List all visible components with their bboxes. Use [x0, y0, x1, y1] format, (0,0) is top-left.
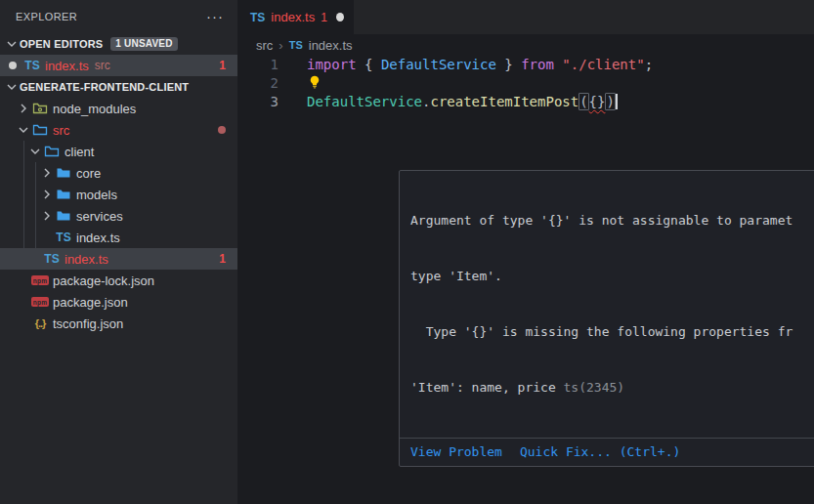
folder-icon: [56, 165, 71, 181]
breadcrumb-file[interactable]: index.ts: [309, 38, 353, 53]
open-editor-filename: index.ts: [45, 59, 89, 73]
line-number: 2: [237, 74, 278, 93]
error-message-line: type 'Item'.: [410, 267, 814, 285]
open-editors-section-header[interactable]: OPEN EDITORS 1 UNSAVED: [0, 33, 237, 55]
project-section-header[interactable]: GENERATE-FRONTEND-CLIENT: [0, 76, 237, 98]
folder-icon: [56, 208, 71, 224]
tree-item-label: index.ts: [64, 252, 108, 267]
error-message-line: Type '{}' is missing the following prope…: [410, 322, 814, 341]
file-tree: node_modules src client: [0, 98, 237, 334]
error-count-badge: 1: [219, 59, 226, 72]
folder-open-icon: [44, 144, 60, 159]
tree-item-client-indexts[interactable]: TS index.ts: [0, 227, 237, 248]
breadcrumb: src › TS index.ts: [237, 34, 814, 56]
chevron-right-icon: [39, 208, 55, 224]
open-editors-label: OPEN EDITORS: [20, 38, 103, 50]
modified-dot-icon: [9, 62, 17, 69]
code-line-1[interactable]: 1 import { DefaultService } from "./clie…: [237, 56, 814, 74]
tree-item-label: package-lock.json: [53, 273, 154, 288]
error-message-line: 'Item': name, price ts(2345): [410, 378, 814, 397]
explorer-sidebar: EXPLORER ··· OPEN EDITORS 1 UNSAVED TS i…: [0, 0, 237, 504]
tree-item-client[interactable]: client: [0, 141, 237, 162]
tab-label: index.ts: [271, 10, 315, 24]
chevron-down-icon: [4, 36, 20, 52]
folder-icon: [56, 187, 71, 202]
tree-item-label: node_modules: [53, 102, 136, 116]
explorer-title-label: EXPLORER: [16, 11, 77, 22]
folder-error-dot-icon: [218, 126, 226, 134]
error-squiggle: {}: [589, 94, 606, 109]
tree-item-label: models: [76, 188, 117, 202]
tree-item-core[interactable]: core: [0, 162, 237, 184]
tree-item-tsconfig[interactable]: {..} tsconfig.json: [0, 313, 237, 334]
folder-open-icon: [32, 122, 48, 138]
npm-file-icon: npm: [32, 273, 48, 288]
line-number: 1: [237, 56, 278, 74]
text-cursor: [616, 94, 618, 109]
open-editor-path-hint: src: [95, 59, 110, 72]
code-area[interactable]: 1 import { DefaultService } from "./clie…: [237, 56, 814, 111]
tree-item-label: index.ts: [76, 231, 120, 245]
tree-item-models[interactable]: models: [0, 184, 237, 205]
tree-item-label: services: [76, 209, 123, 224]
lightbulb-icon[interactable]: [307, 74, 322, 90]
chevron-right-icon: [16, 101, 31, 116]
error-hover-tooltip: Argument of type '{}' is not assignable …: [399, 170, 814, 467]
json-file-icon: {..}: [32, 315, 48, 331]
error-message-line: Argument of type '{}' is not assignable …: [410, 211, 814, 230]
code-line-2[interactable]: 2: [237, 74, 814, 93]
tree-item-services[interactable]: services: [0, 205, 237, 227]
unsaved-dot-icon[interactable]: [336, 13, 344, 21]
error-count-badge: 1: [219, 252, 226, 266]
view-problem-link[interactable]: View Problem: [410, 442, 502, 461]
tree-item-package-json[interactable]: npm package.json: [0, 291, 237, 313]
tree-item-label: package.json: [53, 295, 128, 310]
node-modules-folder-icon: [32, 101, 48, 116]
tree-item-node-modules[interactable]: node_modules: [0, 98, 237, 119]
explorer-header: EXPLORER ···: [0, 0, 237, 33]
project-name-label: GENERATE-FRONTEND-CLIENT: [20, 81, 189, 93]
breadcrumb-folder[interactable]: src: [256, 38, 273, 53]
unsaved-count-badge: 1 UNSAVED: [110, 37, 177, 51]
typescript-file-icon: TS: [289, 39, 303, 51]
tab-error-count: 1: [321, 11, 327, 24]
chevron-down-icon: [16, 122, 31, 138]
tree-item-label: tsconfig.json: [53, 316, 123, 331]
typescript-file-icon: TS: [56, 230, 71, 245]
tree-item-src[interactable]: src: [0, 119, 237, 141]
open-editor-item-indexts[interactable]: TS index.ts src 1: [0, 55, 237, 76]
tree-item-src-indexts[interactable]: TS index.ts 1: [0, 248, 237, 270]
tab-bar: TS index.ts 1: [237, 0, 814, 34]
chevron-down-icon: [4, 79, 20, 95]
chevron-down-icon: [27, 144, 43, 159]
error-code-ref: ts(2345): [564, 380, 625, 395]
tooltip-actions: View Problem Quick Fix... (Ctrl+.): [400, 438, 814, 466]
typescript-file-icon: TS: [250, 11, 265, 24]
chevron-right-icon: [39, 165, 55, 181]
npm-file-icon: npm: [32, 294, 48, 310]
line-number: 3: [237, 93, 278, 111]
typescript-file-icon: TS: [44, 251, 60, 267]
chevron-right-icon: [39, 187, 55, 202]
typescript-file-icon: TS: [24, 58, 40, 73]
code-line-3[interactable]: 3 DefaultService.createItemItemPost({}): [237, 93, 814, 111]
tree-item-label: core: [76, 166, 101, 181]
error-message: Argument of type '{}' is not assignable …: [400, 171, 814, 438]
tree-item-label: src: [53, 123, 69, 138]
more-actions-icon[interactable]: ···: [206, 12, 224, 21]
tree-item-label: client: [64, 145, 94, 159]
vscode-window: EXPLORER ··· OPEN EDITORS 1 UNSAVED TS i…: [0, 0, 814, 504]
breadcrumb-separator-icon: ›: [278, 38, 282, 53]
tree-item-package-lock[interactable]: npm package-lock.json: [0, 270, 237, 291]
editor-pane: TS index.ts 1 src › TS index.ts 1 import…: [237, 0, 814, 504]
tab-indexts[interactable]: TS index.ts 1: [237, 0, 354, 34]
quick-fix-link[interactable]: Quick Fix... (Ctrl+.): [520, 442, 680, 461]
